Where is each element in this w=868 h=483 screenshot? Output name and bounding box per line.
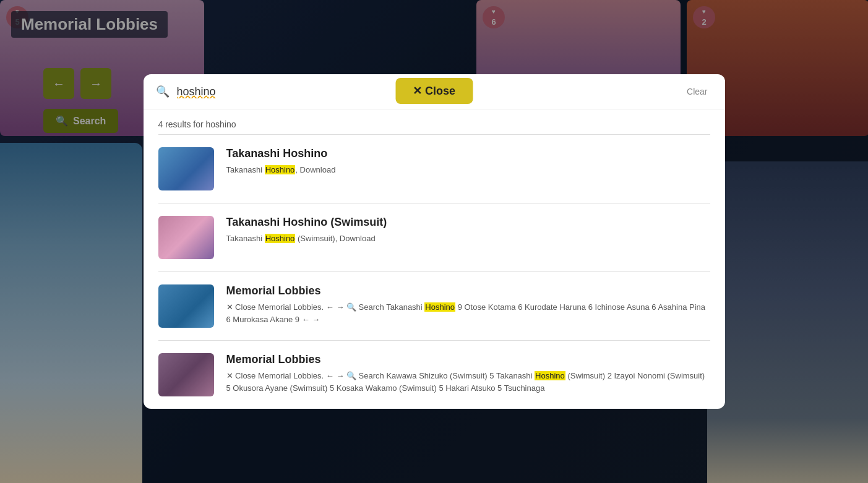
results-scroll-area[interactable]: 4 results for hoshino Takanashi Hoshino … [144, 109, 725, 409]
result-thumb-3 [158, 284, 214, 328]
result-thumb-2 [158, 216, 214, 259]
result-content-2: Takanashi Hoshino (Swimsuit) Takanashi H… [226, 216, 710, 245]
result-content-4: Memorial Lobbies ✕ Close Memorial Lobbie… [226, 353, 710, 394]
desc-prefix-4: ✕ Close Memorial Lobbies. ← → 🔍 Search K… [226, 371, 535, 380]
result-desc-1: Takanashi Hoshino, Download [226, 164, 710, 176]
result-thumb-4 [158, 353, 214, 396]
result-item-3[interactable]: Memorial Lobbies ✕ Close Memorial Lobbie… [144, 272, 725, 340]
search-modal: 🔍 Clear 4 results for hoshino Takanashi … [144, 74, 725, 409]
desc-highlight-4: Hoshino [535, 371, 565, 380]
desc-suffix-1: , Download [295, 165, 335, 174]
desc-highlight-1: Hoshino [265, 165, 296, 174]
desc-highlight-2: Hoshino [265, 234, 296, 243]
result-thumb-1 [158, 147, 214, 190]
search-modal-inner: 🔍 Clear 4 results for hoshino Takanashi … [144, 74, 725, 409]
search-icon-modal: 🔍 [156, 85, 170, 98]
result-desc-4: ✕ Close Memorial Lobbies. ← → 🔍 Search K… [226, 370, 710, 394]
results-count: 4 results for hoshino [144, 109, 725, 134]
desc-prefix-1: Takanashi [226, 165, 265, 174]
result-desc-2: Takanashi Hoshino (Swimsuit), Download [226, 233, 710, 245]
result-desc-3: ✕ Close Memorial Lobbies. ← → 🔍 Search T… [226, 301, 710, 325]
desc-prefix-3: ✕ Close Memorial Lobbies. ← → 🔍 Search T… [226, 302, 425, 312]
result-item-4[interactable]: Memorial Lobbies ✕ Close Memorial Lobbie… [144, 341, 725, 409]
result-item-2[interactable]: Takanashi Hoshino (Swimsuit) Takanashi H… [144, 203, 725, 271]
close-button[interactable]: ✕ Close [395, 78, 473, 104]
clear-button[interactable]: Clear [682, 84, 712, 99]
desc-prefix-2: Takanashi [226, 234, 265, 243]
result-title-4: Memorial Lobbies [226, 353, 710, 366]
desc-suffix-2: (Swimsuit), Download [295, 234, 375, 243]
result-title-2: Takanashi Hoshino (Swimsuit) [226, 216, 710, 229]
result-title-3: Memorial Lobbies [226, 284, 710, 297]
result-item-1[interactable]: Takanashi Hoshino Takanashi Hoshino, Dow… [144, 135, 725, 203]
result-content-3: Memorial Lobbies ✕ Close Memorial Lobbie… [226, 284, 710, 325]
result-title-1: Takanashi Hoshino [226, 147, 710, 160]
desc-highlight-3: Hoshino [424, 302, 455, 312]
result-content-1: Takanashi Hoshino Takanashi Hoshino, Dow… [226, 147, 710, 176]
